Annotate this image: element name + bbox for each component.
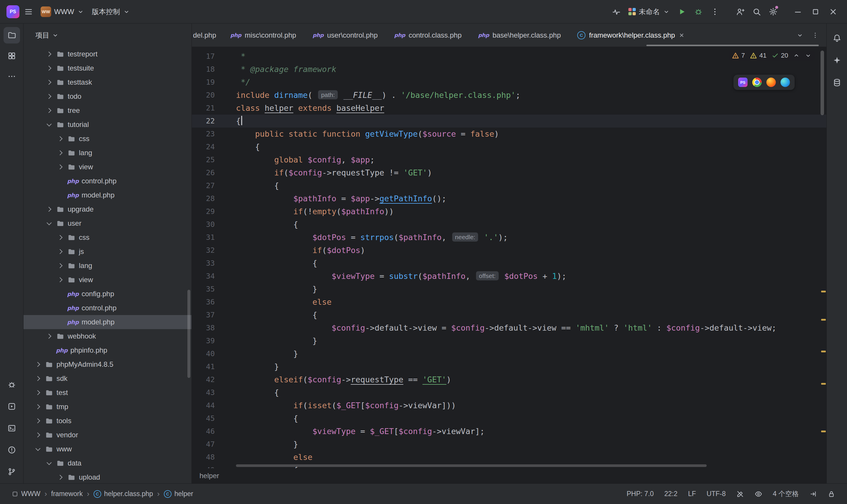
- chevron-right-icon[interactable]: [45, 65, 53, 72]
- more-run-actions-button[interactable]: [708, 3, 722, 20]
- code-line-19[interactable]: 19 */: [192, 76, 826, 89]
- tree-item-testsuite[interactable]: testsuite: [23, 61, 191, 75]
- project-panel-header[interactable]: 项目: [23, 23, 191, 47]
- code-line-28[interactable]: 28 $pathInfo = $app->getPathInfo();: [192, 192, 826, 205]
- notifications-button[interactable]: [830, 31, 844, 45]
- chevron-right-icon[interactable]: [56, 473, 64, 481]
- code-line-44[interactable]: 44 if(isset($_GET[$config->viewVar])): [192, 399, 826, 412]
- profiler-button[interactable]: [609, 3, 624, 20]
- editor-tab-base-helper.class.php[interactable]: phpbase\helper.class.php: [470, 23, 569, 47]
- code-line-20[interactable]: 20include dirname( path: __FILE__) . '/b…: [192, 89, 826, 102]
- debug-button[interactable]: [691, 3, 706, 20]
- resolved-count[interactable]: 20: [772, 52, 788, 59]
- tree-item-phpinfo.php[interactable]: phpphpinfo.php: [23, 343, 191, 357]
- close-tab-icon[interactable]: [678, 32, 685, 38]
- code-line-46[interactable]: 46 $viewType = $_GET[$config->viewVar];: [192, 425, 826, 438]
- code-line-18[interactable]: 18 * @package framework: [192, 63, 826, 76]
- code-with-me-button[interactable]: [733, 3, 747, 20]
- weak-warnings-count[interactable]: 41: [749, 52, 766, 59]
- chevron-right-icon[interactable]: [56, 135, 64, 143]
- code-line-48[interactable]: 48 else: [192, 451, 826, 464]
- close-button[interactable]: [826, 3, 841, 20]
- tree-item-upgrade[interactable]: upgrade: [23, 202, 191, 216]
- edge-icon[interactable]: [780, 77, 790, 87]
- editor-tab-framework-helper.class.php[interactable]: Cframework\helper.class.php: [569, 23, 693, 47]
- editor-tab-misc-control.php[interactable]: phpmisc\control.php: [222, 23, 305, 47]
- chevron-right-icon[interactable]: [56, 262, 64, 269]
- warning-stripe-mark[interactable]: [821, 383, 826, 385]
- next-problem-icon[interactable]: [805, 52, 812, 59]
- warnings-count[interactable]: 7: [732, 52, 745, 59]
- breadcrumb-helper.class.php[interactable]: Chelper.class.php: [93, 490, 153, 498]
- tree-item-model.php[interactable]: phpmodel.php: [23, 315, 191, 329]
- caret-position-widget[interactable]: 22:2: [664, 490, 677, 498]
- chrome-icon[interactable]: [752, 77, 762, 87]
- prev-problem-icon[interactable]: [793, 52, 800, 59]
- terminal-tool-button[interactable]: [3, 420, 20, 436]
- inspections-widget[interactable]: 7 41 20: [729, 51, 815, 60]
- chevron-right-icon[interactable]: [45, 93, 53, 100]
- lock-icon[interactable]: [828, 490, 835, 498]
- breadcrumb-helper[interactable]: Chelper: [164, 490, 193, 498]
- code-line-29[interactable]: 29 if(!empty($pathInfo)): [192, 205, 826, 218]
- tree-item-tmp[interactable]: tmp: [23, 400, 191, 414]
- chevron-right-icon[interactable]: [34, 403, 42, 411]
- tree-scrollbar[interactable]: [187, 290, 190, 378]
- code-line-22[interactable]: 22{: [192, 114, 826, 128]
- code-line-40[interactable]: 40 }: [192, 347, 826, 360]
- code-line-25[interactable]: 25 global $config, $app;: [192, 154, 826, 166]
- code-line-21[interactable]: 21class helper extends baseHelper: [192, 102, 826, 114]
- search-everywhere-button[interactable]: [749, 3, 764, 20]
- tree-item-testtask[interactable]: testtask: [23, 75, 191, 89]
- tree-item-upload[interactable]: upload: [23, 470, 191, 483]
- tree-item-user[interactable]: user: [23, 216, 191, 230]
- settings-button[interactable]: [766, 3, 780, 20]
- code-editor[interactable]: 17 *18 * @package framework19 */20includ…: [192, 47, 826, 468]
- firefox-icon[interactable]: [766, 77, 776, 87]
- tree-item-testreport[interactable]: testreport: [23, 47, 191, 61]
- breadcrumb-element[interactable]: helper: [200, 472, 219, 480]
- tree-item-lang[interactable]: lang: [23, 258, 191, 273]
- code-line-41[interactable]: 41 }: [192, 360, 826, 373]
- tree-item-tools[interactable]: tools: [23, 414, 191, 428]
- version-control-tool-button[interactable]: [3, 464, 20, 480]
- warning-stripe-mark[interactable]: [821, 319, 826, 321]
- code-line-35[interactable]: 35 }: [192, 283, 826, 295]
- tree-item-js[interactable]: js: [23, 245, 191, 258]
- chevron-right-icon[interactable]: [56, 248, 64, 255]
- code-line-23[interactable]: 23 public static function getViewType($s…: [192, 128, 826, 141]
- tree-item-test[interactable]: test: [23, 385, 191, 400]
- tree-item-css[interactable]: css: [23, 132, 191, 146]
- warning-stripe-mark[interactable]: [821, 431, 826, 432]
- run-config-selector[interactable]: 未命名: [625, 3, 673, 20]
- tree-item-tutorial[interactable]: tutorial: [23, 118, 191, 132]
- structure-tool-button[interactable]: [3, 48, 20, 64]
- code-line-27[interactable]: 27 {: [192, 179, 826, 192]
- tree-item-model.php[interactable]: phpmodel.php: [23, 188, 191, 202]
- maximize-button[interactable]: [808, 3, 823, 20]
- editor-breadcrumbs[interactable]: helper: [192, 468, 826, 483]
- tab-scrollbar[interactable]: [646, 45, 819, 46]
- project-selector[interactable]: WW WWW: [38, 3, 87, 20]
- code-line-36[interactable]: 36 else: [192, 295, 826, 309]
- warning-stripe-mark[interactable]: [821, 350, 826, 353]
- tree-item-sdk[interactable]: sdk: [23, 372, 191, 385]
- tree-item-phpmyadmin4.8.5[interactable]: phpMyAdmin4.8.5: [23, 357, 191, 372]
- chevron-right-icon[interactable]: [45, 332, 53, 340]
- tree-item-control.php[interactable]: phpcontrol.php: [23, 301, 191, 315]
- tree-item-data[interactable]: data: [23, 456, 191, 470]
- code-line-30[interactable]: 30 {: [192, 218, 826, 231]
- indent-guide-icon[interactable]: [809, 490, 817, 498]
- chevron-right-icon[interactable]: [45, 107, 53, 114]
- debug-tool-button[interactable]: [3, 376, 20, 393]
- run-button[interactable]: [675, 3, 689, 20]
- ai-assistant-button[interactable]: [830, 53, 844, 68]
- code-line-42[interactable]: 42 elseif($config->requestType == 'GET'): [192, 373, 826, 386]
- chevron-right-icon[interactable]: [56, 163, 64, 171]
- chevron-right-icon[interactable]: [45, 205, 53, 213]
- line-separator-widget[interactable]: LF: [688, 490, 696, 498]
- chevron-down-icon[interactable]: [45, 219, 53, 227]
- tree-item-tree[interactable]: tree: [23, 104, 191, 118]
- chevron-right-icon[interactable]: [56, 234, 64, 241]
- code-line-31[interactable]: 31 $dotPos = strrpos($pathInfo, needle: …: [192, 231, 826, 244]
